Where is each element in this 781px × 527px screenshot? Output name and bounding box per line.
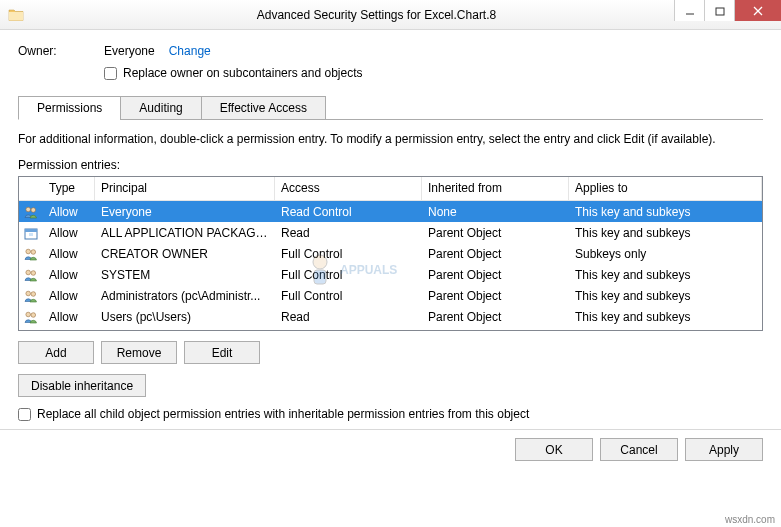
replace-child-checkbox[interactable] (18, 408, 31, 421)
remove-button[interactable]: Remove (101, 341, 177, 364)
row-principal-icon (19, 307, 43, 327)
close-button[interactable] (734, 0, 781, 21)
maximize-button[interactable] (704, 0, 734, 21)
replace-child-row[interactable]: Replace all child object permission entr… (18, 407, 763, 421)
row-principal-icon (19, 202, 43, 222)
entries-label: Permission entries: (18, 158, 763, 172)
folder-icon (8, 7, 24, 23)
footer-buttons: OK Cancel Apply (18, 438, 763, 461)
cancel-button[interactable]: Cancel (600, 438, 678, 461)
titlebar: Advanced Security Settings for Excel.Cha… (0, 0, 781, 30)
tabs: Permissions Auditing Effective Access (18, 96, 763, 120)
cell-type: Allow (43, 287, 95, 305)
content-area: Owner: Everyone Change Replace owner on … (0, 30, 781, 471)
cell-access: Full Control (275, 266, 422, 284)
cell-type: Allow (43, 308, 95, 326)
cell-type: Allow (43, 266, 95, 284)
table-row[interactable]: AllowCREATOR OWNERFull ControlParent Obj… (19, 243, 762, 264)
table-row[interactable]: AllowAdministrators (pc\Administr...Full… (19, 285, 762, 306)
svg-rect-8 (29, 233, 33, 236)
entry-buttons: Add Remove Edit (18, 341, 763, 364)
col-icon[interactable] (19, 177, 43, 200)
inheritance-row: Disable inheritance (18, 374, 763, 397)
cell-access: Read (275, 224, 422, 242)
cell-inherited: Parent Object (422, 224, 569, 242)
description-text: For additional information, double-click… (18, 132, 763, 146)
ok-button[interactable]: OK (515, 438, 593, 461)
change-owner-link[interactable]: Change (169, 44, 211, 58)
cell-access: Full Control (275, 245, 422, 263)
cell-access: Read (275, 308, 422, 326)
cell-principal: CREATOR OWNER (95, 245, 275, 263)
replace-owner-checkbox-row[interactable]: Replace owner on subcontainers and objec… (104, 66, 763, 80)
col-type[interactable]: Type (43, 177, 95, 200)
minimize-button[interactable] (674, 0, 704, 21)
window-title: Advanced Security Settings for Excel.Cha… (32, 8, 781, 22)
table-row[interactable]: AllowEveryoneRead ControlNoneThis key an… (19, 201, 762, 222)
row-principal-icon (19, 265, 43, 285)
svg-point-13 (26, 291, 31, 296)
cell-inherited: Parent Object (422, 308, 569, 326)
disable-inheritance-button[interactable]: Disable inheritance (18, 374, 146, 397)
cell-principal: ALL APPLICATION PACKAGES (95, 224, 275, 242)
row-principal-icon (19, 244, 43, 264)
row-principal-icon (19, 223, 43, 243)
cell-principal: Users (pc\Users) (95, 308, 275, 326)
cell-inherited: Parent Object (422, 287, 569, 305)
row-principal-icon (19, 286, 43, 306)
cell-access: Full Control (275, 287, 422, 305)
cell-inherited: None (422, 203, 569, 221)
cell-inherited: Parent Object (422, 266, 569, 284)
cell-applies: Subkeys only (569, 245, 762, 263)
owner-label: Owner: (18, 44, 104, 58)
owner-value: Everyone (104, 44, 155, 58)
table-body: AllowEveryoneRead ControlNoneThis key an… (19, 201, 762, 327)
table-row[interactable]: AllowSYSTEMFull ControlParent ObjectThis… (19, 264, 762, 285)
col-principal[interactable]: Principal (95, 177, 275, 200)
separator (0, 429, 781, 430)
cell-access: Read Control (275, 203, 422, 221)
svg-point-12 (31, 270, 36, 275)
cell-inherited: Parent Object (422, 245, 569, 263)
col-applies[interactable]: Applies to (569, 177, 762, 200)
svg-point-5 (31, 207, 36, 212)
svg-point-14 (31, 291, 36, 296)
svg-point-15 (26, 312, 31, 317)
cell-type: Allow (43, 224, 95, 242)
add-button[interactable]: Add (18, 341, 94, 364)
cell-principal: Everyone (95, 203, 275, 221)
cell-applies: This key and subkeys (569, 203, 762, 221)
edit-button[interactable]: Edit (184, 341, 260, 364)
svg-point-4 (26, 207, 31, 212)
window-controls (674, 0, 781, 21)
replace-owner-label: Replace owner on subcontainers and objec… (123, 66, 362, 80)
tab-permissions[interactable]: Permissions (18, 96, 121, 120)
source-watermark: wsxdn.com (725, 514, 775, 525)
table-row[interactable]: AllowUsers (pc\Users)ReadParent ObjectTh… (19, 306, 762, 327)
cell-applies: This key and subkeys (569, 287, 762, 305)
tab-auditing[interactable]: Auditing (120, 96, 201, 120)
cell-type: Allow (43, 203, 95, 221)
tab-effective-access[interactable]: Effective Access (201, 96, 326, 120)
col-access[interactable]: Access (275, 177, 422, 200)
replace-owner-checkbox[interactable] (104, 67, 117, 80)
cell-type: Allow (43, 245, 95, 263)
cell-principal: SYSTEM (95, 266, 275, 284)
svg-point-11 (26, 270, 31, 275)
apply-button[interactable]: Apply (685, 438, 763, 461)
cell-applies: This key and subkeys (569, 308, 762, 326)
table-row[interactable]: AllowALL APPLICATION PACKAGESReadParent … (19, 222, 762, 243)
svg-point-16 (31, 312, 36, 317)
cell-applies: This key and subkeys (569, 266, 762, 284)
svg-rect-7 (25, 229, 37, 232)
svg-point-9 (26, 249, 31, 254)
owner-row: Owner: Everyone Change (18, 44, 763, 58)
svg-rect-1 (716, 8, 724, 15)
permissions-table: Type Principal Access Inherited from App… (18, 176, 763, 331)
cell-principal: Administrators (pc\Administr... (95, 287, 275, 305)
cell-applies: This key and subkeys (569, 224, 762, 242)
col-inherited[interactable]: Inherited from (422, 177, 569, 200)
table-header: Type Principal Access Inherited from App… (19, 177, 762, 201)
svg-point-10 (31, 249, 36, 254)
replace-child-label: Replace all child object permission entr… (37, 407, 529, 421)
